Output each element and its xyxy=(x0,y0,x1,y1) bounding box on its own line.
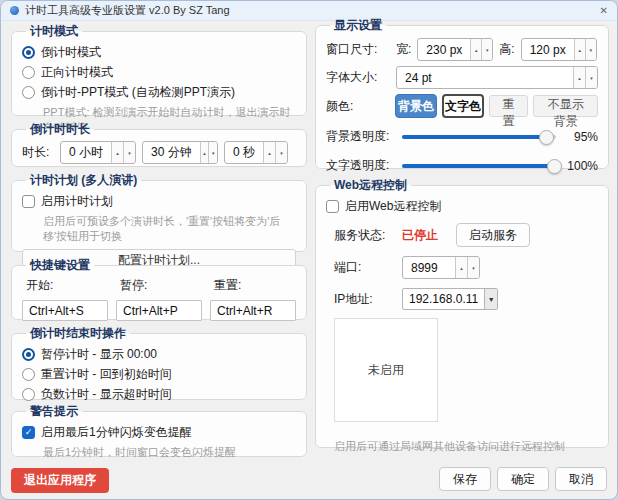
timing-plan-hint: 启用后可预设多个演讲时长，'重置'按钮将变为'后移'按钮用于切换 xyxy=(43,214,296,244)
web-remote-hint: 启用后可通过局域网其他设备访问进行远程控制 xyxy=(334,439,598,454)
color-label: 颜色: xyxy=(326,98,390,115)
hours-value: 0 小时 xyxy=(61,144,111,161)
group-title: Web远程控制 xyxy=(330,177,411,194)
spin-up-icon[interactable]: ▴ xyxy=(455,257,467,278)
port-label: 端口: xyxy=(334,259,396,276)
hotkey-pause-input[interactable] xyxy=(116,300,202,321)
background-color-button[interactable]: 背景色 xyxy=(395,94,437,118)
slider-fill xyxy=(402,135,548,139)
port-stepper[interactable]: 8999 ▴ ▾ xyxy=(402,256,480,279)
radio-label: 重置计时 - 回到初始时间 xyxy=(41,366,172,383)
radio-icon xyxy=(22,368,35,381)
radio-label: 倒计时模式 xyxy=(41,44,101,61)
reset-color-button[interactable]: 重置 xyxy=(489,95,528,117)
save-button[interactable]: 保存 xyxy=(439,467,491,491)
checkbox-label: 启用计时计划 xyxy=(41,193,113,210)
radio-reset-at-end[interactable]: 重置计时 - 回到初始时间 xyxy=(22,366,296,383)
enable-web-remote-checkbox[interactable]: 启用Web远程控制 xyxy=(326,198,598,215)
group-title: 计时模式 xyxy=(26,23,82,40)
radio-countdown-mode[interactable]: 倒计时模式 xyxy=(22,44,296,61)
checkbox-label: 启用最后1分钟闪烁变色提醒 xyxy=(41,424,192,441)
group-warning: 警告提示 ✓ 启用最后1分钟闪烁变色提醒 最后1分钟时，时间窗口会变色闪烁提醒 xyxy=(11,403,307,457)
radio-negative-at-end[interactable]: 负数计时 - 显示超时时间 xyxy=(22,386,296,403)
exit-app-button[interactable]: 退出应用程序 xyxy=(11,468,109,493)
spin-down-icon[interactable]: ▾ xyxy=(208,142,217,163)
group-title: 倒计时结束时操作 xyxy=(26,325,130,342)
bg-opacity-label: 背景透明度: xyxy=(326,128,396,145)
hotkey-start-label: 开始: xyxy=(22,277,108,294)
hotkey-start-input[interactable] xyxy=(22,300,108,321)
radio-label: 暂停计时 - 显示 00:00 xyxy=(41,346,157,363)
spin-up-icon[interactable]: ▴ xyxy=(573,67,585,88)
radio-forward-mode[interactable]: 正向计时模式 xyxy=(22,64,296,81)
minutes-stepper[interactable]: 30 分钟 ▴ ▾ xyxy=(142,141,218,164)
group-title: 快捷键设置 xyxy=(26,257,94,274)
width-value: 230 px xyxy=(418,43,470,57)
window-height-stepper[interactable]: 120 px ▴ ▾ xyxy=(521,38,597,61)
hours-stepper[interactable]: 0 小时 ▴ ▾ xyxy=(60,141,136,164)
group-hotkeys: 快捷键设置 开始: 暂停: 重置: xyxy=(11,257,307,320)
spin-up-icon[interactable]: ▴ xyxy=(263,142,275,163)
enable-timing-plan-checkbox[interactable]: 启用计时计划 xyxy=(22,193,296,210)
chevron-down-icon[interactable]: ▼ xyxy=(484,289,497,309)
spin-up-icon[interactable]: ▴ xyxy=(111,142,123,163)
window-width-stepper[interactable]: 230 px ▴ ▾ xyxy=(417,38,493,61)
height-label: 高: xyxy=(499,41,514,58)
window-title: 计时工具高级专业版设置 v2.0 By SZ Tang xyxy=(25,3,230,18)
spin-up-icon[interactable]: ▴ xyxy=(200,142,209,163)
text-opacity-slider[interactable] xyxy=(402,164,556,168)
group-title: 计时计划 (多人演讲) xyxy=(26,172,141,189)
ok-button[interactable]: 确定 xyxy=(497,467,549,491)
text-opacity-value: 100% xyxy=(562,159,598,173)
cancel-button[interactable]: 取消 xyxy=(555,467,607,491)
service-status-value: 已停止 xyxy=(402,227,450,244)
radio-icon xyxy=(22,348,35,361)
settings-window: 计时工具高级专业版设置 v2.0 By SZ Tang ✕ 计时模式 倒计时模式… xyxy=(0,0,618,500)
hotkey-reset-input[interactable] xyxy=(210,300,296,321)
minutes-value: 30 分钟 xyxy=(143,144,200,161)
text-color-button[interactable]: 文字色 xyxy=(442,94,484,118)
radio-icon xyxy=(22,388,35,401)
service-status-label: 服务状态: xyxy=(334,227,396,244)
ip-address-label: IP地址: xyxy=(334,291,396,308)
spin-down-icon[interactable]: ▾ xyxy=(585,39,596,60)
start-service-button[interactable]: 启动服务 xyxy=(456,223,530,247)
checkbox-icon xyxy=(326,200,339,213)
seconds-value: 0 秒 xyxy=(225,144,263,161)
group-end-action: 倒计时结束时操作 暂停计时 - 显示 00:00 重置计时 - 回到初始时间 负… xyxy=(11,325,307,400)
enable-flash-warning-checkbox[interactable]: ✓ 启用最后1分钟闪烁变色提醒 xyxy=(22,424,296,441)
group-timing-plan: 计时计划 (多人演讲) 启用计时计划 启用后可预设多个演讲时长，'重置'按钮将变… xyxy=(11,172,307,252)
ip-address-value: 192.168.0.11 xyxy=(403,292,484,306)
qr-code-placeholder: 未启用 xyxy=(334,318,438,422)
spin-down-icon[interactable]: ▾ xyxy=(123,142,135,163)
radio-icon xyxy=(22,46,35,59)
checkbox-icon: ✓ xyxy=(22,426,35,439)
no-background-button[interactable]: 不显示背景 xyxy=(533,95,598,117)
slider-fill xyxy=(402,164,556,168)
radio-label: 正向计时模式 xyxy=(41,64,113,81)
spin-down-icon[interactable]: ▾ xyxy=(481,39,492,60)
bg-opacity-slider[interactable] xyxy=(402,135,556,139)
radio-pause-at-end[interactable]: 暂停计时 - 显示 00:00 xyxy=(22,346,296,363)
ip-address-select[interactable]: 192.168.0.11 ▼ xyxy=(402,288,498,310)
checkbox-label: 启用Web远程控制 xyxy=(345,198,441,215)
spin-down-icon[interactable]: ▾ xyxy=(585,67,597,88)
radio-ppt-mode[interactable]: 倒计时-PPT模式 (自动检测PPT演示) xyxy=(22,84,296,101)
seconds-stepper[interactable]: 0 秒 ▴ ▾ xyxy=(224,141,288,164)
font-size-value: 24 pt xyxy=(397,71,573,85)
height-value: 120 px xyxy=(522,43,574,57)
text-opacity-label: 文字透明度: xyxy=(326,157,396,174)
group-web-remote: Web远程控制 启用Web远程控制 服务状态: 已停止 启动服务 端口: 899… xyxy=(315,177,609,448)
duration-label: 时长: xyxy=(22,144,54,161)
close-icon[interactable]: ✕ xyxy=(600,6,608,16)
window-size-label: 窗口尺寸: xyxy=(326,41,390,58)
font-size-label: 字体大小: xyxy=(326,69,390,86)
font-size-stepper[interactable]: 24 pt ▴ ▾ xyxy=(396,66,598,89)
spin-down-icon[interactable]: ▾ xyxy=(467,257,479,278)
group-timing-mode: 计时模式 倒计时模式 正向计时模式 倒计时-PPT模式 (自动检测PPT演示) … xyxy=(11,23,307,116)
spin-up-icon[interactable]: ▴ xyxy=(574,39,585,60)
checkbox-icon xyxy=(22,195,35,208)
group-title: 警告提示 xyxy=(26,403,82,420)
spin-up-icon[interactable]: ▴ xyxy=(470,39,481,60)
spin-down-icon[interactable]: ▾ xyxy=(275,142,287,163)
